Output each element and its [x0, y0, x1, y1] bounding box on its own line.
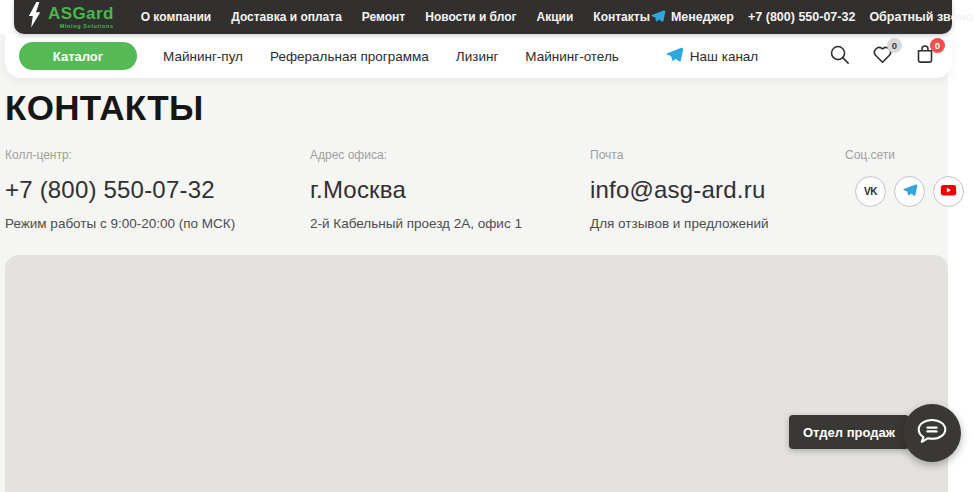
logo-name: ASGard: [48, 5, 114, 22]
social-icons: VK: [855, 176, 964, 207]
office-address-block: Адрес офиса: г.Москва 2-й Кабельный прое…: [310, 148, 522, 231]
email-note: Для отзывов и предложений: [590, 216, 768, 231]
telegram-channel-link[interactable]: Наш канал: [665, 45, 758, 67]
speech-bubble-icon: [915, 417, 949, 450]
call-center-note: Режим работы с 9:00-20:00 (по МСК): [5, 216, 235, 231]
vk-link[interactable]: VK: [855, 176, 886, 207]
catalog-button[interactable]: Каталог: [19, 42, 137, 70]
office-address-note: 2-й Кабельный проезд 2А, офис 1: [310, 216, 522, 231]
navbar-link-referral[interactable]: Реферальная программа: [270, 49, 429, 64]
map-placeholder[interactable]: [5, 255, 948, 492]
office-address-label: Адрес офиса:: [310, 148, 522, 162]
manager-label: Менеджер: [671, 10, 734, 24]
office-city: г.Москва: [310, 176, 522, 204]
logo-tagline: Mining Solutions: [48, 24, 114, 30]
topbar-link-promos[interactable]: Акции: [537, 10, 574, 24]
topbar-link-news[interactable]: Новости и блог: [425, 10, 516, 24]
navbar-links: Майнинг-пул Реферальная программа Лизинг…: [163, 49, 619, 64]
email-value[interactable]: info@asg-ard.ru: [590, 176, 768, 204]
manager-link[interactable]: Менеджер: [650, 8, 734, 27]
youtube-icon: [940, 183, 957, 201]
telegram-plane-icon: [665, 45, 684, 67]
social-block: Соц.сети VK: [845, 148, 964, 207]
logo[interactable]: ASGard Mining Solutions: [26, 1, 114, 33]
call-center-block: Колл-центр: +7 (800) 550-07-32 Режим раб…: [5, 148, 235, 231]
topbar-link-repair[interactable]: Ремонт: [362, 10, 405, 24]
topbar-link-about[interactable]: О компании: [141, 10, 212, 24]
call-center-phone[interactable]: +7 (800) 550-07-32: [5, 176, 235, 204]
page-title: КОНТАКТЫ: [5, 88, 204, 128]
vk-icon: VK: [864, 186, 877, 197]
youtube-link[interactable]: [933, 176, 964, 207]
chat-tooltip: Отдел продаж: [789, 415, 909, 449]
navbar-icons: 0 0: [826, 43, 938, 69]
wishlist-button[interactable]: 0: [869, 43, 895, 69]
channel-label: Наш канал: [690, 49, 758, 64]
telegram-plane-icon: [650, 8, 666, 27]
call-center-label: Колл-центр:: [5, 148, 235, 162]
cart-button[interactable]: 0: [912, 43, 938, 69]
lightning-icon: [26, 1, 43, 33]
contact-info-section: Колл-центр: +7 (800) 550-07-32 Режим раб…: [5, 148, 965, 248]
navbar-link-mining-pool[interactable]: Майнинг-пул: [163, 49, 243, 64]
email-block: Почта info@asg-ard.ru Для отзывов и пред…: [590, 148, 768, 231]
topbar: ASGard Mining Solutions О компании Доста…: [14, 0, 952, 34]
navbar-link-mining-hotel[interactable]: Майнинг-отель: [525, 49, 619, 64]
search-button[interactable]: [826, 43, 852, 69]
search-icon: [828, 43, 851, 70]
telegram-icon: [902, 182, 918, 202]
callback-link[interactable]: Обратный звонок: [869, 10, 974, 24]
topbar-phone[interactable]: +7 (800) 550-07-32: [748, 10, 855, 24]
wishlist-count-badge: 0: [887, 38, 902, 53]
navbar-link-leasing[interactable]: Лизинг: [456, 49, 499, 64]
topbar-right: Менеджер +7 (800) 550-07-32 Обратный зво…: [650, 8, 974, 27]
topbar-link-contacts[interactable]: Контакты: [593, 10, 650, 24]
topbar-link-delivery[interactable]: Доставка и оплата: [231, 10, 342, 24]
email-label: Почта: [590, 148, 768, 162]
topbar-nav: О компании Доставка и оплата Ремонт Ново…: [141, 10, 650, 24]
chat-button[interactable]: [903, 404, 961, 462]
social-label: Соц.сети: [845, 148, 964, 162]
navbar: Каталог Майнинг-пул Реферальная программ…: [5, 34, 952, 78]
cart-count-badge: 0: [930, 38, 945, 53]
telegram-link[interactable]: [894, 176, 925, 207]
